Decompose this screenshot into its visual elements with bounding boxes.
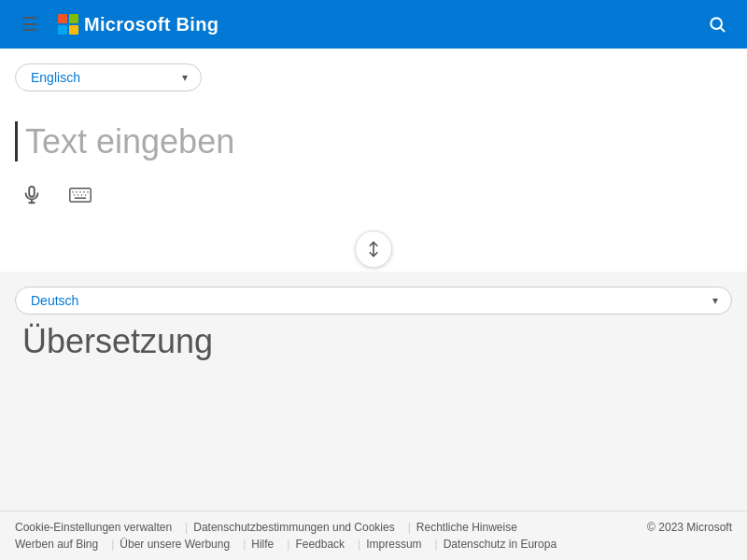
- logo-sq-green: [69, 14, 78, 23]
- search-icon: [708, 15, 726, 34]
- header: ☰ Microsoft Bing: [0, 0, 747, 49]
- microphone-icon: [21, 185, 42, 205]
- footer-link-datenschutz[interactable]: Datenschutz in Europa: [444, 538, 564, 551]
- footer-link-help[interactable]: Hilfe: [251, 538, 281, 551]
- target-language-selector[interactable]: Deutsch ▾: [15, 287, 732, 315]
- svg-line-1: [721, 28, 725, 32]
- footer-row-2: Werben auf Bing | Über unsere Werbung | …: [15, 538, 732, 551]
- footer-links-left: Cookie-Einstellungen verwalten | Datensc…: [15, 521, 525, 534]
- top-input-area: Englisch ▾: [0, 49, 747, 103]
- text-input-area[interactable]: Text eingeben: [0, 103, 747, 171]
- footer-links-right: Werben auf Bing | Über unsere Werbung | …: [15, 538, 564, 551]
- keyboard-icon: [69, 186, 92, 204]
- bing-logo-squares: [58, 14, 78, 35]
- swap-languages-button[interactable]: [355, 231, 392, 268]
- footer-row-1: Cookie-Einstellungen verwalten | Datensc…: [15, 521, 732, 534]
- footer: Cookie-Einstellungen verwalten | Datensc…: [0, 511, 747, 560]
- footer-link-about-ads[interactable]: Über unsere Werbung: [120, 538, 237, 551]
- keyboard-button[interactable]: [63, 178, 97, 212]
- footer-link-privacy[interactable]: Datenschutzbestimmungen und Cookies: [193, 521, 402, 534]
- translation-output: Übersetzung: [15, 315, 732, 496]
- input-icons-row: [0, 171, 747, 227]
- source-language-selector[interactable]: Englisch ▾: [15, 63, 202, 91]
- header-left: ☰ Microsoft Bing: [13, 7, 218, 41]
- hamburger-button[interactable]: ☰: [13, 7, 47, 41]
- footer-link-advertise[interactable]: Werben auf Bing: [15, 538, 106, 551]
- footer-link-cookies[interactable]: Cookie-Einstellungen verwalten: [15, 521, 179, 534]
- bing-logo: Microsoft Bing: [58, 14, 218, 35]
- logo-sq-yellow: [69, 25, 78, 35]
- footer-copyright: © 2023 Microsoft: [647, 521, 732, 534]
- target-language-label: Deutsch: [31, 293, 705, 308]
- swap-area: [0, 227, 747, 272]
- source-language-label: Englisch: [31, 70, 175, 85]
- svg-rect-5: [70, 189, 91, 202]
- microphone-button[interactable]: [15, 178, 49, 212]
- bing-title: Microsoft Bing: [84, 14, 218, 35]
- target-lang-chevron-icon: ▾: [712, 294, 718, 307]
- logo-sq-blue: [58, 25, 67, 35]
- footer-link-legal[interactable]: Rechtliche Hinweise: [416, 521, 525, 534]
- svg-rect-2: [29, 187, 35, 197]
- swap-icon: [365, 241, 382, 258]
- text-input-placeholder[interactable]: Text eingeben: [15, 121, 732, 161]
- logo-sq-red: [58, 14, 67, 23]
- bottom-output-area: Deutsch ▾ Übersetzung: [0, 272, 747, 511]
- footer-link-impressum[interactable]: Impressum: [366, 538, 429, 551]
- search-button-header[interactable]: [700, 7, 734, 41]
- source-lang-chevron-icon: ▾: [182, 71, 188, 84]
- footer-link-feedback[interactable]: Feedback: [295, 538, 352, 551]
